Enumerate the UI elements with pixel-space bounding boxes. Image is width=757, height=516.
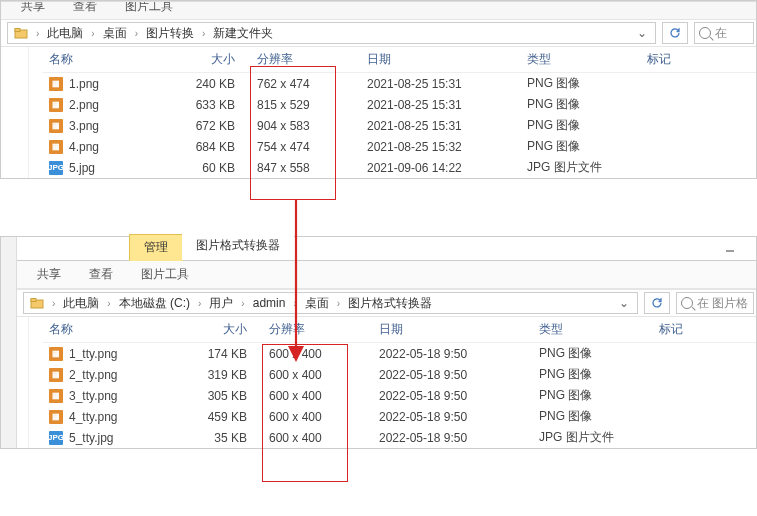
address-dropdown-icon[interactable]: ⌄ [615,296,633,310]
breadcrumb-2[interactable]: › 此电脑 › 本地磁盘 (C:) › 用户 › admin › 桌面 › 图片… [23,292,638,314]
crumb-folder[interactable]: 图片格式转换器 [346,295,434,312]
chevron-right-icon[interactable]: › [287,298,302,309]
file-row[interactable]: ▦1_tty.png174 KB600 x 4002022-05-18 9:50… [43,343,756,364]
png-file-icon: ▦ [49,410,63,424]
tab-manage[interactable]: 管理 [129,234,183,261]
spacer [29,317,43,448]
file-resolution: 600 x 400 [263,347,373,361]
breadcrumb-1[interactable]: › 此电脑 › 桌面 › 图片转换 › 新建文件夹 ⌄ [7,22,656,44]
col-name[interactable]: 名称 [43,321,191,338]
crumb-desktop[interactable]: 桌面 [101,25,129,42]
file-name: 5_tty.jpg [69,431,113,445]
col-size[interactable]: 大小 [179,51,251,68]
file-name: 1_tty.png [69,347,117,361]
chevron-right-icon[interactable]: › [30,28,45,39]
file-row[interactable]: ▦1.png240 KB762 x 4742021-08-25 15:31PNG… [43,73,756,94]
file-resolution: 600 x 400 [263,431,373,445]
col-res[interactable]: 分辨率 [263,321,373,338]
chevron-right-icon[interactable]: › [196,28,211,39]
file-row[interactable]: ▦2_tty.png319 KB600 x 4002022-05-18 9:50… [43,364,756,385]
chevron-right-icon[interactable]: › [129,28,144,39]
col-size[interactable]: 大小 [191,321,263,338]
address-bar-1: › 此电脑 › 桌面 › 图片转换 › 新建文件夹 ⌄ 在 [1,19,756,47]
file-type: PNG 图像 [533,408,653,425]
file-size: 240 KB [179,77,251,91]
ribbon-view-label[interactable]: 查看 [73,1,97,15]
file-type: PNG 图像 [521,117,641,134]
col-date[interactable]: 日期 [361,51,521,68]
refresh-button[interactable] [662,22,688,44]
chevron-right-icon[interactable]: › [101,298,116,309]
search-placeholder: 在 [715,25,727,42]
col-type[interactable]: 类型 [521,51,641,68]
file-resolution: 762 x 474 [251,77,361,91]
refresh-button[interactable] [644,292,670,314]
file-type: PNG 图像 [521,75,641,92]
file-row[interactable]: ▦3_tty.png305 KB600 x 4002022-05-18 9:50… [43,385,756,406]
search-icon [699,27,711,39]
file-row[interactable]: JPG5.jpg60 KB847 x 5582021-09-06 14:22JP… [43,157,756,178]
window-title: 图片格式转换器 [182,233,294,260]
chevron-right-icon[interactable]: › [331,298,346,309]
file-date: 2021-09-06 14:22 [361,161,521,175]
minimize-button[interactable] [716,241,744,255]
col-mark[interactable]: 标记 [641,51,701,68]
png-file-icon: ▦ [49,347,63,361]
file-resolution: 754 x 474 [251,140,361,154]
crumb-desktop[interactable]: 桌面 [303,295,331,312]
file-resolution: 600 x 400 [263,368,373,382]
col-type[interactable]: 类型 [533,321,653,338]
chevron-right-icon[interactable]: › [192,298,207,309]
address-dropdown-icon[interactable]: ⌄ [633,26,651,40]
file-date: 2021-08-25 15:32 [361,140,521,154]
ribbon-share-label[interactable]: 共享 [21,1,45,15]
chevron-right-icon[interactable]: › [46,298,61,309]
chevron-right-icon[interactable]: › [235,298,250,309]
col-mark[interactable]: 标记 [653,321,713,338]
file-name: 1.png [69,77,99,91]
explorer-window-2: 管理 图片格式转换器 共享 查看 图片工具 › 此电脑 › 本地磁盘 (C:) … [0,236,757,449]
file-date: 2022-05-18 9:50 [373,347,533,361]
file-resolution: 904 x 583 [251,119,361,133]
col-date[interactable]: 日期 [373,321,533,338]
file-resolution: 600 x 400 [263,389,373,403]
file-date: 2022-05-18 9:50 [373,431,533,445]
search-input-2[interactable]: 在 图片格 [676,292,754,314]
col-name[interactable]: 名称 [43,51,179,68]
crumb-folder-b[interactable]: 新建文件夹 [211,25,275,42]
file-row[interactable]: ▦4_tty.png459 KB600 x 4002022-05-18 9:50… [43,406,756,427]
file-row[interactable]: ▦2.png633 KB815 x 5292021-08-25 15:31PNG… [43,94,756,115]
search-input-1[interactable]: 在 [694,22,754,44]
file-row[interactable]: JPG5_tty.jpg35 KB600 x 4002022-05-18 9:5… [43,427,756,448]
ribbon-view-label[interactable]: 查看 [89,266,113,283]
file-date: 2022-05-18 9:50 [373,410,533,424]
search-placeholder: 在 图片格 [697,295,748,312]
file-type: PNG 图像 [533,345,653,362]
crumb-drive[interactable]: 本地磁盘 (C:) [117,295,192,312]
col-res[interactable]: 分辨率 [251,51,361,68]
crumb-admin[interactable]: admin [251,296,288,310]
file-name: 5.jpg [69,161,95,175]
file-size: 305 KB [191,389,263,403]
crumb-pc[interactable]: 此电脑 [61,295,101,312]
crumb-folder-a[interactable]: 图片转换 [144,25,196,42]
file-date: 2022-05-18 9:50 [373,368,533,382]
chevron-right-icon[interactable]: › [85,28,100,39]
file-row[interactable]: ▦3.png672 KB904 x 5832021-08-25 15:31PNG… [43,115,756,136]
ribbon-pictools-label[interactable]: 图片工具 [141,266,189,283]
ribbon-share-label[interactable]: 共享 [37,266,61,283]
file-date: 2021-08-25 15:31 [361,77,521,91]
file-resolution: 600 x 400 [263,410,373,424]
crumb-pc[interactable]: 此电脑 [45,25,85,42]
file-size: 633 KB [179,98,251,112]
title-tabs-row: 管理 图片格式转换器 [17,237,756,261]
file-row[interactable]: ▦4.png684 KB754 x 4742021-08-25 15:32PNG… [43,136,756,157]
png-file-icon: ▦ [49,98,63,112]
file-resolution: 815 x 529 [251,98,361,112]
png-file-icon: ▦ [49,77,63,91]
crumb-users[interactable]: 用户 [207,295,235,312]
file-date: 2021-08-25 15:31 [361,119,521,133]
ribbon-pictools-label[interactable]: 图片工具 [125,1,173,15]
file-size: 459 KB [191,410,263,424]
search-icon [681,297,693,309]
